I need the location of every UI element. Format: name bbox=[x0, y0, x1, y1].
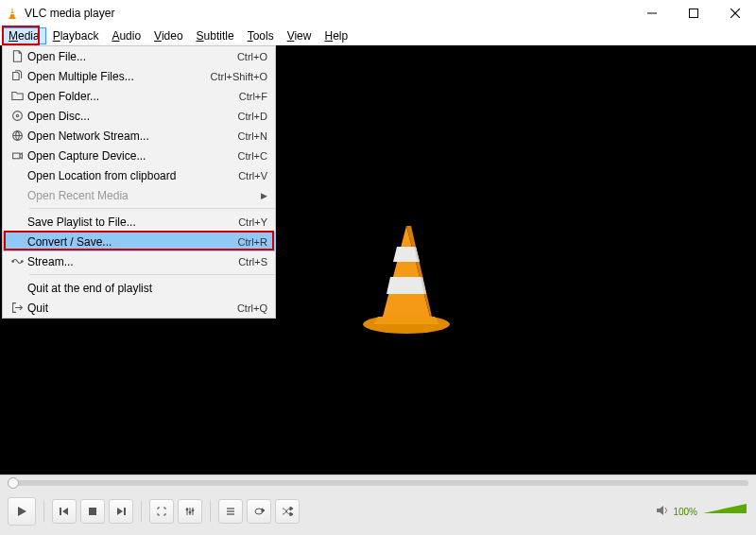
menu-item-label: Open Folder... bbox=[27, 90, 230, 103]
svg-marker-13 bbox=[387, 277, 426, 294]
menu-view[interactable]: View bbox=[281, 27, 318, 44]
menu-item-shortcut: Ctrl+D bbox=[229, 111, 267, 122]
files-icon bbox=[7, 70, 27, 82]
playback-controls: 100% bbox=[0, 492, 756, 530]
svg-point-32 bbox=[189, 511, 191, 513]
seek-knob[interactable] bbox=[8, 477, 19, 489]
bottom-controls: 100% bbox=[0, 475, 756, 535]
menu-item-label: Open Capture Device... bbox=[27, 149, 229, 163]
menu-item-open-location-from-clipboard[interactable]: Open Location from clipboardCtrl+V bbox=[3, 165, 275, 185]
menu-item-open-capture-device[interactable]: Open Capture Device...Ctrl+C bbox=[3, 146, 275, 165]
media-menu-dropdown: Open File...Ctrl+OOpen Multiple Files...… bbox=[2, 45, 276, 319]
menu-item-label: Convert / Save... bbox=[27, 235, 229, 249]
folder-icon bbox=[7, 90, 27, 102]
menu-item-label: Stream... bbox=[27, 255, 229, 268]
menu-item-open-network-stream[interactable]: Open Network Stream...Ctrl+N bbox=[3, 126, 275, 146]
menu-help[interactable]: Help bbox=[318, 27, 354, 44]
svg-rect-23 bbox=[60, 508, 61, 515]
menu-item-label: Open Recent Media bbox=[27, 189, 267, 202]
menu-item-shortcut: Ctrl+O bbox=[228, 51, 267, 62]
file-icon bbox=[7, 50, 27, 62]
volume-control: 100% bbox=[656, 502, 748, 521]
menu-separator bbox=[29, 274, 275, 275]
menu-item-shortcut: Ctrl+R bbox=[229, 236, 267, 248]
window-title: VLC media player bbox=[25, 7, 114, 20]
menu-item-label: Quit bbox=[27, 302, 228, 315]
volume-slider[interactable] bbox=[701, 502, 748, 521]
svg-marker-24 bbox=[62, 508, 68, 515]
svg-rect-1 bbox=[11, 10, 14, 11]
menu-item-open-folder[interactable]: Open Folder...Ctrl+F bbox=[3, 86, 275, 106]
previous-button[interactable] bbox=[52, 499, 77, 524]
menu-item-label: Open File... bbox=[27, 50, 228, 63]
menu-item-label: Quit at the end of playlist bbox=[27, 282, 267, 295]
volume-percent: 100% bbox=[673, 507, 697, 517]
menu-item-label: Save Playlist to File... bbox=[27, 216, 229, 229]
submenu-arrow-icon: ▶ bbox=[261, 191, 267, 200]
svg-marker-0 bbox=[9, 8, 15, 18]
menu-subtitle[interactable]: Subtitle bbox=[190, 27, 241, 44]
fullscreen-button[interactable] bbox=[149, 499, 174, 524]
svg-marker-37 bbox=[262, 509, 265, 512]
vlc-cone-icon bbox=[6, 7, 19, 20]
svg-point-33 bbox=[192, 509, 194, 511]
menu-item-label: Open Multiple Files... bbox=[27, 70, 200, 83]
svg-marker-40 bbox=[657, 506, 663, 515]
menu-video[interactable]: Video bbox=[147, 27, 189, 44]
svg-marker-41 bbox=[703, 504, 747, 513]
next-button[interactable] bbox=[109, 499, 133, 524]
title-bar: VLC media player bbox=[0, 0, 756, 26]
extended-settings-button[interactable] bbox=[178, 499, 202, 524]
menu-item-open-disc[interactable]: Open Disc...Ctrl+D bbox=[3, 106, 275, 126]
menu-item-convert-save[interactable]: Convert / Save...Ctrl+R bbox=[3, 232, 275, 251]
svg-point-17 bbox=[16, 114, 18, 116]
menu-bar: MediaPlaybackAudioVideoSubtitleToolsView… bbox=[0, 26, 756, 45]
speaker-icon[interactable] bbox=[656, 503, 669, 520]
disc-icon bbox=[7, 110, 27, 122]
network-icon bbox=[7, 129, 27, 142]
menu-item-shortcut: Ctrl+Shift+O bbox=[200, 71, 267, 82]
svg-rect-2 bbox=[10, 13, 14, 14]
play-button[interactable] bbox=[8, 497, 36, 526]
menu-item-shortcut: Ctrl+S bbox=[229, 256, 267, 268]
loop-button[interactable] bbox=[247, 499, 271, 524]
menu-item-shortcut: Ctrl+F bbox=[230, 91, 267, 102]
menu-playback[interactable]: Playback bbox=[46, 27, 106, 44]
stream-icon bbox=[7, 255, 27, 268]
menu-media[interactable]: Media bbox=[2, 27, 46, 44]
svg-point-3 bbox=[9, 17, 16, 19]
svg-rect-5 bbox=[690, 9, 698, 18]
minimize-button[interactable] bbox=[631, 0, 673, 26]
svg-point-21 bbox=[21, 261, 23, 263]
random-button[interactable] bbox=[275, 499, 300, 524]
window-controls bbox=[631, 0, 756, 26]
menu-tools[interactable]: Tools bbox=[241, 27, 281, 44]
svg-marker-9 bbox=[373, 317, 439, 324]
quit-icon bbox=[7, 302, 27, 314]
seek-bar[interactable] bbox=[0, 475, 756, 492]
stop-button[interactable] bbox=[80, 499, 105, 524]
menu-item-label: Open Location from clipboard bbox=[27, 169, 229, 182]
menu-item-stream[interactable]: Stream...Ctrl+S bbox=[3, 251, 275, 271]
menu-item-quit[interactable]: QuitCtrl+Q bbox=[3, 298, 275, 318]
svg-rect-27 bbox=[124, 508, 126, 515]
vlc-cone-logo bbox=[354, 222, 458, 336]
svg-point-16 bbox=[12, 112, 22, 121]
svg-marker-22 bbox=[18, 507, 26, 516]
menu-item-quit-at-the-end-of-playlist[interactable]: Quit at the end of playlist bbox=[3, 278, 275, 298]
capture-icon bbox=[7, 149, 27, 162]
maximize-button[interactable] bbox=[673, 0, 714, 26]
playlist-button[interactable] bbox=[218, 499, 243, 524]
menu-separator bbox=[29, 208, 275, 209]
menu-item-open-multiple-files[interactable]: Open Multiple Files...Ctrl+Shift+O bbox=[3, 66, 275, 86]
menu-audio[interactable]: Audio bbox=[105, 27, 147, 44]
title-left: VLC media player bbox=[6, 7, 114, 20]
svg-point-20 bbox=[11, 261, 13, 263]
menu-item-open-file[interactable]: Open File...Ctrl+O bbox=[3, 46, 275, 66]
menu-item-shortcut: Ctrl+Q bbox=[228, 302, 267, 314]
menu-item-label: Open Network Stream... bbox=[27, 129, 229, 143]
menu-item-shortcut: Ctrl+Y bbox=[229, 216, 267, 228]
close-button[interactable] bbox=[714, 0, 756, 26]
svg-marker-26 bbox=[117, 508, 123, 515]
menu-item-save-playlist-to-file[interactable]: Save Playlist to File...Ctrl+Y bbox=[3, 212, 275, 232]
